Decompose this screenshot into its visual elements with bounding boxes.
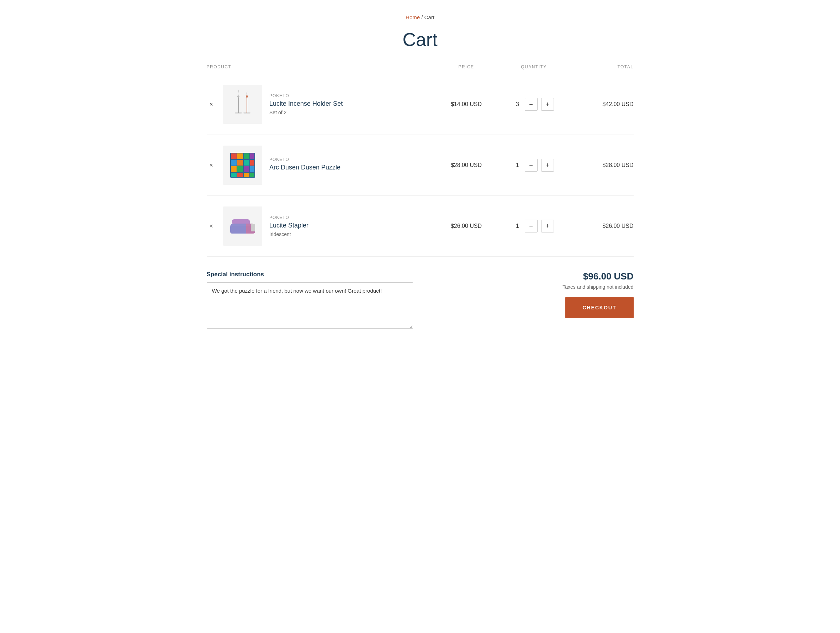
svg-point-6 [246,95,248,98]
col-price: PRICE [434,65,499,70]
svg-rect-17 [231,166,237,172]
table-row: × [207,196,634,257]
product-price: $26.00 USD [434,223,499,229]
special-instructions-input[interactable]: We got the puzzle for a friend, but now … [207,282,413,329]
col-product: PRODUCT [207,65,434,70]
svg-rect-20 [250,166,254,172]
minus-icon: − [529,223,533,230]
product-brand: POKETO [269,215,308,220]
product-price: $14.00 USD [434,101,499,108]
quantity-control: 1 − + [499,220,570,233]
product-image [223,146,262,185]
product-cell: × [207,85,434,124]
quantity-value: 1 [514,162,521,168]
minus-icon: − [529,161,533,169]
special-instructions-section: Special instructions We got the puzzle f… [207,271,520,330]
close-icon: × [210,223,213,230]
increase-quantity-button[interactable]: + [541,220,554,233]
col-total: TOTAL [570,65,634,70]
product-info: POKETO Lucite Incense Holder Set Set of … [269,93,343,115]
svg-rect-13 [231,160,237,166]
svg-rect-16 [250,160,254,166]
product-total: $42.00 USD [570,101,634,108]
svg-rect-22 [237,172,243,177]
quantity-control: 1 − + [499,159,570,172]
product-total: $28.00 USD [570,162,634,168]
taxes-note: Taxes and shipping not included [534,284,634,290]
increase-quantity-button[interactable]: + [541,98,554,111]
close-icon: × [210,161,213,169]
svg-rect-5 [246,97,247,113]
home-link[interactable]: Home [406,14,420,20]
svg-rect-2 [238,97,239,113]
svg-rect-19 [244,166,249,172]
breadcrumb-separator: / Cart [421,14,434,20]
product-info: POKETO Arc Dusen Dusen Puzzle [269,157,341,173]
svg-rect-24 [250,172,254,177]
product-brand: POKETO [269,157,341,162]
product-cell: × [207,146,434,185]
product-price: $28.00 USD [434,162,499,168]
product-brand: POKETO [269,93,343,98]
svg-point-3 [237,95,240,98]
svg-rect-21 [231,172,237,177]
product-name: Lucite Stapler [269,222,308,229]
plus-icon: + [545,161,549,169]
col-quantity: QUANTITY [499,65,570,70]
cart-summary: $96.00 USD Taxes and shipping not includ… [534,271,634,318]
table-row: × [207,74,634,135]
svg-rect-14 [237,160,243,166]
product-variant: Set of 2 [269,110,343,116]
quantity-value: 3 [514,101,521,108]
table-row: × [207,135,634,196]
remove-button[interactable]: × [207,99,216,110]
product-cell: × [207,206,434,246]
decrease-quantity-button[interactable]: − [525,159,538,172]
cart-table-header: PRODUCT PRICE QUANTITY TOTAL [207,65,634,74]
quantity-control: 3 − + [499,98,570,111]
svg-rect-15 [244,160,249,166]
cart-items-list: × [207,74,634,257]
plus-icon: + [545,223,549,230]
special-instructions-label: Special instructions [207,271,520,278]
decrease-quantity-button[interactable]: − [525,98,538,111]
svg-rect-9 [231,154,237,159]
remove-button[interactable]: × [207,221,216,231]
svg-rect-23 [244,172,249,177]
plus-icon: + [545,101,549,108]
svg-rect-12 [250,154,254,159]
cart-footer: Special instructions We got the puzzle f… [207,271,634,330]
remove-button[interactable]: × [207,160,216,171]
product-name: Arc Dusen Dusen Puzzle [269,163,341,172]
product-image [223,85,262,124]
page-title: Cart [207,29,634,50]
increase-quantity-button[interactable]: + [541,159,554,172]
product-total: $26.00 USD [570,223,634,229]
quantity-value: 1 [514,223,521,229]
svg-rect-18 [237,166,243,172]
svg-rect-10 [237,154,243,159]
product-info: POKETO Lucite Stapler Iridescent [269,215,308,237]
decrease-quantity-button[interactable]: − [525,220,538,233]
breadcrumb: Home / Cart [207,14,634,20]
product-name: Lucite Incense Holder Set [269,100,343,108]
checkout-button[interactable]: CHECKOUT [565,297,633,318]
svg-rect-0 [228,90,257,119]
minus-icon: − [529,101,533,108]
cart-total: $96.00 USD [534,271,634,282]
product-image [223,206,262,246]
svg-rect-11 [244,154,249,159]
product-variant: Iridescent [269,231,308,237]
close-icon: × [210,101,213,108]
